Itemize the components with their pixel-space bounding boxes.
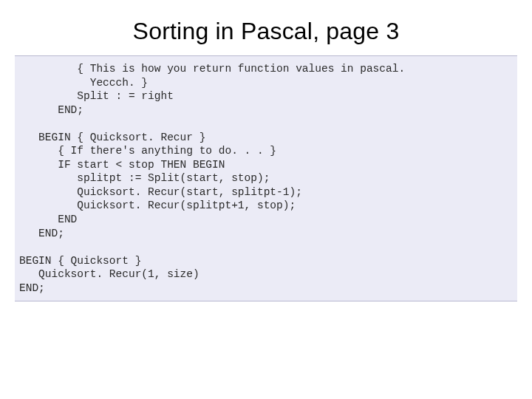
slide: Sorting in Pascal, page 3 { This is how …: [0, 0, 532, 399]
slide-title: Sorting in Pascal, page 3: [0, 0, 532, 55]
code-block: { This is how you return function values…: [15, 55, 517, 301]
